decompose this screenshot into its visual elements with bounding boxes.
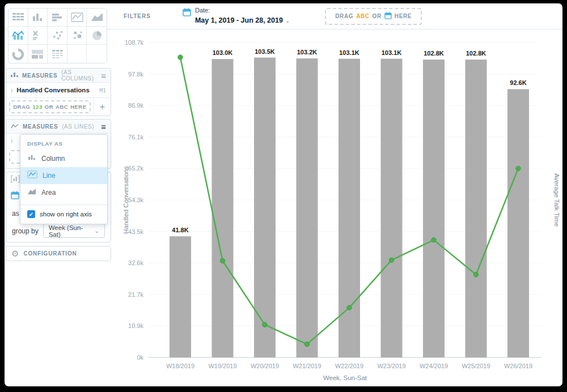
gear-icon: ⚙ [11,249,19,259]
bar[interactable] [507,89,529,357]
filter-dropzone[interactable]: DRAG ABC OR HERE [325,8,422,25]
display-as-header: DISPLAY AS [20,135,107,150]
y-tick-label: 0k [137,354,143,361]
picker-combo-chart-icon[interactable] [9,27,28,45]
x-tick-label: W20/2019 [251,363,279,369]
line-point[interactable] [431,237,436,242]
picker-treemap-icon[interactable] [28,45,48,63]
menu-item-line[interactable]: Line [20,167,107,184]
line-point[interactable] [263,322,267,327]
sidebar: MEASURES (AS COLUMNS) ≡ › Handled Conver… [5,3,118,386]
bar[interactable] [423,59,445,357]
x-tick-label: W25/2019 [462,363,490,369]
bar[interactable] [381,59,403,357]
date-filter[interactable]: Date: May 1, 2019 - Jun 28, 2019⌄ [183,7,290,26]
line-point[interactable] [347,305,352,310]
line-chart-icon [11,121,19,131]
group-by-select[interactable]: Week (Sun-Sat) ⌄ [43,224,105,238]
y-tick-label: 65.2k [128,165,143,172]
measure-item-handled-conversations[interactable]: › Handled Conversations M1 [6,82,111,97]
line-mini-icon [27,171,37,181]
picker-empty-cell [87,45,107,63]
menu-item-label: Line [43,172,56,180]
bar-value-label: 102.8K [424,50,444,57]
y-axis-title-right: Average Talk Time [553,173,560,227]
x-tick-label: W24/2019 [420,363,448,369]
menu-item-label: Column [41,155,65,163]
calendar-icon [183,8,191,19]
measure-name: Handled Conversations [16,87,89,93]
bar[interactable] [212,59,234,357]
y-tick-label: 76.1k [128,134,143,140]
line-point[interactable] [220,258,225,263]
picker-area-chart-icon[interactable] [87,8,107,27]
picker-bar-chart-icon[interactable] [48,8,67,27]
y-tick-label: 10.9k [128,322,143,329]
menu-item-column[interactable]: Column [20,150,107,167]
date-filter-label: Date: [195,7,290,15]
bar-value-label: 103.1K [382,49,402,56]
x-tick-label: W26/2019 [504,363,532,369]
group-by-row: group by Week (Sun-Sat) ⌄ [6,224,111,238]
app-window: FILTERS Date: May 1, 2019 - Jun 28, 2019… [5,3,562,386]
panel-subtitle: (AS COLUMNS) [61,69,97,82]
display-as-menu: DISPLAY AS ColumnLineArea ✓ show on righ… [20,134,108,224]
x-tick-label: W23/2019 [377,363,405,369]
add-measure-button[interactable]: + [94,98,111,116]
measure-dropzone[interactable]: DRAG 123 OR ABC HERE [9,100,91,113]
bar-value-label: 41.8K [172,227,188,233]
line-point[interactable] [304,342,309,346]
line-point[interactable] [178,55,183,59]
picker-scatter-plot-icon[interactable] [48,27,67,45]
picker-table-icon[interactable] [9,8,28,27]
dropzone-here-text: HERE [395,13,412,19]
filters-label: FILTERS [124,13,151,19]
area-mini-icon [27,188,36,198]
dropzone-or-text: OR [373,13,382,19]
picker-pie-chart-icon[interactable] [87,27,107,45]
picker-empty-cell [67,45,87,63]
measure-badge: M1 [100,87,106,93]
panel-menu-icon-active[interactable]: ≡ [101,122,106,131]
picker-line-chart-icon[interactable] [67,8,87,27]
x-axis-title: Week, Sun-Sat [323,374,367,381]
chart-area: 0k10.9k21.7k32.6k43.5k54.3k65.2k76.1k86.… [113,29,562,386]
bar[interactable] [338,59,360,357]
picker-box-plot-icon[interactable] [28,27,48,45]
dropzone-or-text: OR [45,104,53,110]
calendar-icon [384,11,392,22]
picker-column-chart-icon[interactable] [28,8,48,27]
measures-columns-header: MEASURES (AS COLUMNS) ≡ [6,69,111,82]
dropzone-123-text: 123 [32,104,42,110]
dropzone-abc-text: ABC [356,13,369,19]
dropzone-drag-text: DRAG [13,104,30,110]
chevron-right-icon: › [11,137,12,145]
as-label: as [12,210,19,218]
line-point[interactable] [516,166,521,171]
bar-value-label: 103.5K [255,48,275,55]
line-point[interactable] [473,272,478,277]
chevron-right-icon: › [11,86,12,94]
panel-title: MEASURES [23,123,58,130]
measures-columns-panel: MEASURES (AS COLUMNS) ≡ › Handled Conver… [6,68,111,116]
line-point[interactable] [389,258,393,262]
menu-item-area[interactable]: Area [20,184,107,201]
checkbox-checked-icon[interactable]: ✓ [27,210,35,218]
picker-bubble-chart-icon[interactable] [67,27,87,45]
bar-value-label: 103.1K [339,49,359,56]
panel-menu-icon[interactable]: ≡ [101,71,106,80]
measures-lines-header: MEASURES (AS LINES) ≡ [6,120,111,133]
bar[interactable] [170,236,191,357]
bar[interactable] [297,58,318,357]
group-by-label: group by [12,227,39,235]
dropzone-drag-text: DRAG [335,13,353,19]
show-on-right-axis-option[interactable]: ✓ show on right axis [20,205,107,224]
y-tick-label: 21.7k [128,291,143,298]
y-tick-label: 32.6k [128,259,143,266]
configuration-panel[interactable]: ⚙ CONFIGURATION [6,246,111,261]
bar[interactable] [466,59,487,357]
picker-pivot-table-icon[interactable] [48,45,67,63]
date-filter-texts: Date: May 1, 2019 - Jun 28, 2019⌄ [195,7,290,26]
y-tick-label: 86.9k [128,102,143,109]
picker-donut-chart-icon[interactable] [9,45,28,63]
